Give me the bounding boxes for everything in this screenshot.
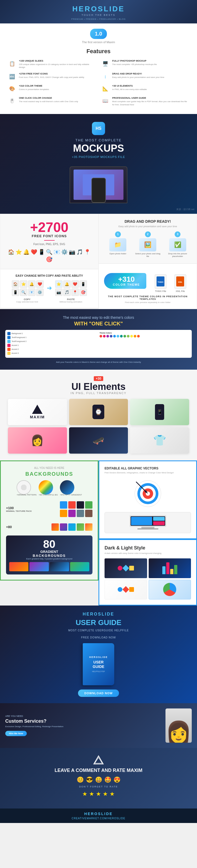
- drag-drop-title: DRAG AND DROP READY!: [104, 219, 192, 223]
- oneclick-icon: 🖱️: [8, 97, 16, 105]
- custom-text: Are You Need Custom Services? Exclusive …: [5, 715, 161, 736]
- texture-1: [60, 501, 67, 509]
- ug-logo-second: SLIDE: [98, 612, 114, 616]
- feature-desc-4: Easy add photo to your presentation and …: [112, 76, 164, 79]
- star-3[interactable]: ★: [96, 790, 101, 798]
- feature-desc-1: 235 unique slides organized in 13 catego…: [19, 63, 96, 69]
- texture-5: [60, 510, 67, 517]
- bg-pattern-2: +80 COLORFUL BG: [39, 480, 58, 496]
- footer-url[interactable]: CREATIVEMARKET.COM/HeroSlide: [5, 817, 192, 820]
- slide-light-1: [105, 580, 147, 599]
- steps-row: 1 📁 Open photo folder 2 🖼️ Select your p…: [104, 231, 192, 258]
- copy-paste-row: 🏠 ⭐ 🔔 ❤️ 📱 🔍 📧 ⚙️ ➜ ⭐ 🔔 ❤️: [5, 280, 93, 296]
- gradient-big: 80: [9, 539, 89, 550]
- feature-title-7: ONE CLICK COLOR CHANGE: [19, 97, 78, 99]
- ug-download-btn[interactable]: DOWNLOAD NOW: [78, 689, 119, 697]
- color-panel-mock: Background 1 Text/Foreground 1 Text/Fore…: [5, 330, 192, 358]
- drag-icon: ↕️: [101, 72, 110, 81]
- comment-title: LEAVE A COMMENT AND RATE MAXIM: [5, 768, 192, 774]
- first-version-text: The first version of Maxim: [8, 40, 189, 44]
- ui-tshirt-box: 👕: [130, 427, 189, 454]
- target-svg: [133, 479, 162, 508]
- feature-title-8: PROFESSIONAL USER GUIDE: [112, 97, 189, 99]
- svg-text:THMX: THMX: [158, 281, 164, 283]
- feature-text-2: FULLY PHOTOSHOP MOCKUP The most complete…: [112, 60, 157, 66]
- bg-patterns-row: +MINIMAL PATTERN +80 COLORFUL BG +6% FIF…: [6, 480, 92, 496]
- logo-text-mock: MAXIM: [30, 415, 45, 419]
- icon-grid-left: 🏠 ⭐ 🔔 ❤️ 📱 🔍 📧 ⚙️: [12, 280, 44, 296]
- svg-rect-16: [141, 527, 154, 528]
- color-theme-section: +310 COLOR THEME THMX: [98, 264, 197, 309]
- header-tagline: TOUCH THE BESTS: [5, 14, 192, 16]
- feature-title-3: +2700 FREE FONT ICONS: [19, 72, 84, 75]
- theme-files-row: THMX THMX File XML: [150, 274, 192, 292]
- color-number: +80: [6, 525, 12, 529]
- slides-icon: 📋: [8, 60, 16, 68]
- svg-rect-18: [131, 517, 152, 525]
- ui-title: UI Elements: [5, 382, 192, 392]
- texture-2: [68, 501, 76, 509]
- star-1[interactable]: ★: [82, 790, 87, 798]
- gradient-preview-row: [9, 562, 89, 571]
- version-badge: 1.0: [90, 29, 107, 39]
- icon-cell: ❤️: [36, 280, 44, 288]
- grad-3: [50, 562, 69, 571]
- star-5[interactable]: ★: [110, 790, 115, 798]
- computer-mock: [105, 512, 191, 533]
- feature-desc-2: The most complete +35 photoshop mockups …: [112, 63, 157, 66]
- phone-mock-small: 📱: [155, 404, 164, 420]
- mockup-icon: 🖥️: [101, 60, 110, 68]
- logo-mock: MAXIM: [30, 405, 45, 419]
- custom-desc: Exclusive Design, Professional Editing, …: [5, 725, 161, 728]
- icon-cell: 🔍: [20, 288, 27, 296]
- cs-3: [68, 523, 76, 531]
- feature-desc-7: The most easiest way to edit theme's col…: [19, 100, 78, 103]
- icon-cell: 🎵: [63, 288, 71, 296]
- xml-file-name: XML File: [174, 290, 186, 292]
- backgrounds-title: BACKGROUNDS: [6, 471, 92, 477]
- divider-line: [44, 240, 55, 241]
- mockup-section: HS THE MOST COMPLETE MOCKUPS +35 PHOTOSH…: [0, 114, 197, 214]
- color-panel-list: Background 1 Text/Foreground 1 Text/Fore…: [7, 332, 97, 356]
- feature-text-6: +30 UI Elements In PNG, All in one every…: [112, 85, 147, 91]
- feature-text-8: PROFESSIONAL USER GUIDE Most complete us…: [112, 97, 189, 106]
- feature-title-6: +30 UI Elements: [112, 85, 147, 87]
- ui-elements-grid: MAXIM ⌚ 📱 👩 🛹 👕: [5, 399, 192, 458]
- features-grid: 📋 +150 UNIQUE SLIDES 235 unique slides o…: [8, 60, 189, 106]
- texture-4: [85, 501, 92, 509]
- star-4[interactable]: ★: [103, 790, 108, 798]
- left-col-2: ALL YOU NEED IS HERE BACKGROUNDS +MINIMA…: [0, 461, 98, 606]
- header-logo: HEROSLIDE: [5, 5, 192, 13]
- vectors-title: EDITABLE ALL GRAPHIC VECTORS: [105, 466, 191, 470]
- userguide-section: HEROSLIDE USER GUIDE MOST COMPLETE USERG…: [0, 606, 197, 703]
- ui-phone-box: 📱: [130, 399, 189, 425]
- color-dots-panel: Theme Colors: [100, 332, 190, 356]
- feature-title-1: +150 UNIQUE SLIDES: [19, 60, 96, 62]
- font-icons-sublabel: Font Icon, PNG, EPS, SVG: [5, 243, 93, 246]
- feature-item-5: 🎨 +310 COLOR THEME Colors in presentatio…: [8, 85, 96, 93]
- ug-logo-first: HERO: [83, 612, 98, 616]
- icon-cell-selected: ⭐: [55, 280, 63, 288]
- svg-text:XML: XML: [178, 281, 183, 283]
- icon-cell: 📍: [72, 288, 79, 296]
- gradient-section: 80 GRADIENT BACKGROUNDS Each gradient fu…: [6, 535, 92, 575]
- two-col-row-2: ALL YOU NEED IS HERE BACKGROUNDS +MINIMA…: [0, 461, 197, 606]
- laptop-shape: MAXIM: [70, 166, 127, 203]
- feature-desc-6: In PNG, All in one every-size editable: [112, 88, 147, 91]
- one-click-text: The most easiest way to edit theme's col…: [5, 315, 192, 320]
- person-silhouette: 👩: [165, 709, 192, 743]
- slide-dark-1: [105, 558, 147, 578]
- gradient-label: GRADIENT: [9, 550, 89, 554]
- custom-btn[interactable]: Hire Me Now: [5, 731, 27, 736]
- color-pack-row: +80: [6, 521, 92, 533]
- step-num-2: 2: [145, 231, 151, 237]
- ui-watch-box: ⌚: [69, 399, 128, 425]
- star-2[interactable]: ★: [89, 790, 94, 798]
- feature-text-1: +150 UNIQUE SLIDES 235 unique slides org…: [19, 60, 96, 69]
- mockup-logo: HS: [92, 122, 105, 135]
- emoji-row: 😊 😎 😄 🤩 😍: [5, 776, 192, 783]
- cs-4: [77, 523, 84, 531]
- feature-desc-5: Colors in presentation templates: [19, 88, 49, 91]
- emoji-5: 😍: [114, 776, 121, 783]
- color-theme-number: +310: [113, 276, 140, 283]
